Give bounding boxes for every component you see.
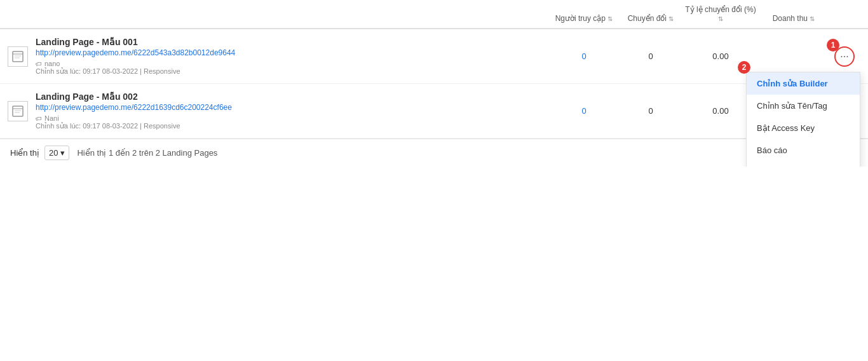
row-tag: Nani	[44, 114, 59, 122]
row-actions: 1 ··· 2 Chỉnh sửa Builder Chỉnh sửa Tên/…	[829, 46, 860, 67]
actions-button[interactable]: 1 ···	[834, 46, 855, 67]
menu-item-edit-name[interactable]: Chỉnh sửa Tên/Tag	[747, 95, 860, 117]
table-header: Người truy cập ⇅ Chuyển đổi ⇅ Tỷ lệ chuy…	[0, 0, 868, 29]
row-conversions: 0	[619, 106, 682, 116]
row-link[interactable]: http://preview.pagedemo.me/6222d1639cd6c…	[36, 103, 549, 112]
badge-1: 1	[827, 39, 839, 51]
row-info: Landing Page - Mẫu 001 http://preview.pa…	[36, 37, 549, 76]
sort-conversions-icon[interactable]: ⇅	[668, 15, 674, 22]
row-icon	[8, 46, 28, 67]
row-visitors: 0	[549, 106, 619, 116]
tag-icon: 🏷	[36, 60, 42, 67]
row-info: Landing Page - Mẫu 002 http://preview.pa…	[36, 92, 549, 130]
dots-icon: ···	[840, 51, 848, 62]
row-rate: 0.00	[682, 51, 759, 61]
dropdown-menu: 2 Chỉnh sửa Builder Chỉnh sửa Tên/Tag Bậ…	[746, 72, 860, 167]
badge-2: 2	[738, 61, 750, 74]
footer-info: Hiển thị 1 đến 2 trên 2 Landing Pages	[77, 148, 217, 158]
footer-bar: Hiển thị 20 ▾ Hiển thị 1 đến 2 trên 2 La…	[0, 139, 868, 167]
row-icon	[8, 101, 28, 121]
actions-wrapper: 1 ··· 2 Chỉnh sửa Builder Chỉnh sửa Tên/…	[829, 46, 860, 67]
col-conversions-header[interactable]: Chuyển đổi ⇅	[619, 14, 682, 23]
svg-rect-4	[13, 106, 23, 116]
row-meta: 🏷 Nani	[36, 114, 549, 122]
table-row: Landing Page - Mẫu 001 http://preview.pa…	[0, 29, 868, 84]
row-conversions: 0	[619, 51, 682, 61]
row-edit-meta: Chỉnh sửa lúc: 09:17 08-03-2022 | Respon…	[36, 122, 549, 130]
tag-icon: 🏷	[36, 115, 42, 122]
col-revenue-header[interactable]: Doanh thu ⇅	[759, 14, 829, 23]
sort-rate-icon[interactable]: ⇅	[718, 15, 723, 22]
table-row: Landing Page - Mẫu 002 http://preview.pa…	[0, 84, 868, 139]
sort-revenue-icon[interactable]: ⇅	[810, 15, 815, 22]
show-select-wrapper[interactable]: 20 ▾	[44, 146, 69, 160]
menu-item-report[interactable]: Báo cáo	[747, 139, 860, 161]
show-label: Hiển thị	[10, 148, 39, 158]
menu-item-edit-builder[interactable]: Chỉnh sửa Builder	[747, 72, 860, 95]
row-edit-meta: Chỉnh sửa lúc: 09:17 08-03-2022 | Respon…	[36, 67, 549, 76]
menu-item-permissions[interactable]: Phân quyền	[747, 161, 860, 167]
row-tag: nano	[44, 60, 60, 67]
svg-rect-0	[13, 51, 23, 62]
chevron-down-icon: ▾	[60, 148, 65, 158]
row-visitors: 0	[549, 51, 619, 61]
sort-visitors-icon[interactable]: ⇅	[607, 15, 613, 22]
col-rate-header[interactable]: Tỷ lệ chuyển đổi (%) ⇅	[682, 5, 759, 23]
col-visitors-header[interactable]: Người truy cập ⇅	[549, 14, 619, 23]
row-title: Landing Page - Mẫu 002	[36, 92, 549, 102]
row-link[interactable]: http://preview.pagedemo.me/6222d543a3d82…	[36, 48, 549, 57]
row-title: Landing Page - Mẫu 001	[36, 37, 549, 47]
row-meta: 🏷 nano	[36, 60, 549, 67]
menu-item-access-key[interactable]: Bật Access Key	[747, 117, 860, 139]
show-value: 20	[49, 148, 58, 158]
